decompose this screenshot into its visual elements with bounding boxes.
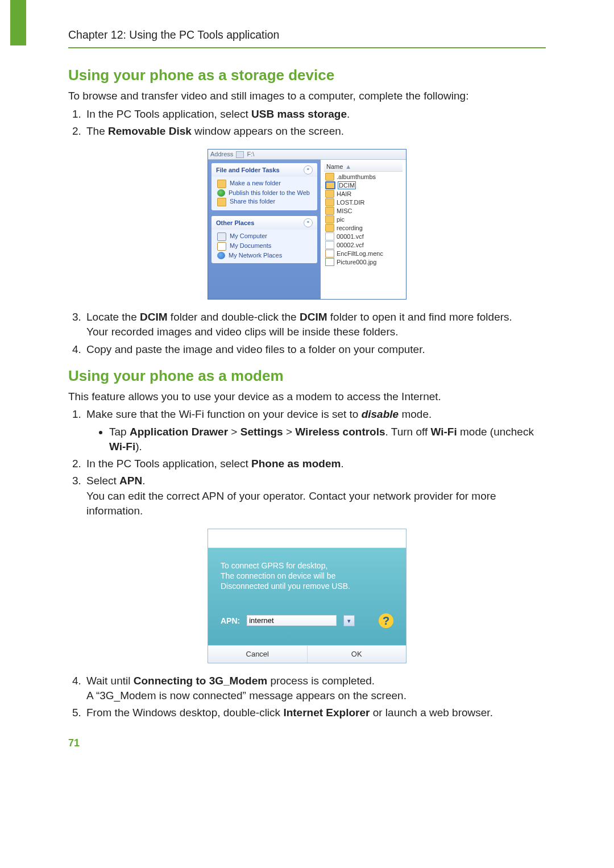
place-network-places[interactable]: My Network Places [211,251,317,260]
apn-input[interactable] [247,615,337,626]
folder-icon [325,198,334,206]
page-number: 71 [68,737,546,749]
section1-step3: Locate the DCIM folder and double-click … [84,310,546,339]
file-item[interactable]: .albumthumbs [324,173,403,181]
file-item[interactable]: MISC [324,207,403,215]
collapse-icon[interactable]: « [304,165,313,175]
other-places-panel: Other Places « My Computer My Documents … [211,216,317,263]
network-icon [217,252,225,259]
explorer-file-list: Name▲ .albumthumbs DCIM HAIR LOST.DIR MI… [321,160,406,299]
section1-intro: To browse and transfer video and still i… [68,89,546,103]
file-item-dcim[interactable]: DCIM [324,181,403,190]
apn-dialog-titlebar [208,529,406,548]
folder-icon [325,173,334,181]
share-icon [217,198,226,206]
section2-step5: From the Windows desktop, double-click I… [84,705,546,720]
section2-step4: Wait until Connecting to 3G_Modem proces… [84,674,546,703]
apn-dropdown-button[interactable]: ▾ [343,615,355,626]
section2-step1-bullet: Tap Application Drawer > Settings > Wire… [109,425,546,454]
address-value: F:\ [247,151,254,157]
section1-steps-cont: Locate the DCIM folder and double-click … [68,310,546,357]
section-title-storage: Using your phone as a storage device [68,67,546,84]
image-icon [325,258,334,266]
task-publish-web[interactable]: Publish this folder to the Web [211,189,317,197]
file-folder-tasks-panel: File and Folder Tasks « Make a new folde… [211,163,317,210]
file-item[interactable]: Picture000.jpg [324,258,403,267]
drive-icon [236,151,244,158]
section2-step3: Select APN. You can edit the correct APN… [84,474,546,518]
section1-step2: The Removable Disk window appears on the… [84,124,546,139]
folder-icon [325,181,335,189]
place-my-documents[interactable]: My Documents [211,242,317,251]
explorer-address-bar: Address F:\ [208,149,406,160]
apn-msg-line2: The connection on device will be [221,571,393,581]
folder-icon [325,190,334,198]
file-icon [325,250,334,258]
cancel-button[interactable]: Cancel [208,646,308,663]
chapter-header: Chapter 12: Using the PC Tools applicati… [68,28,546,48]
section1-step1: In the PC Tools application, select USB … [84,107,546,122]
folder-icon [325,224,334,232]
section2-step2: In the PC Tools application, select Phon… [84,456,546,471]
collapse-icon[interactable]: « [304,218,313,227]
figure-apn-dialog: To connect GPRS for desktop, The connect… [208,529,406,663]
folder-icon [217,180,226,188]
vcard-icon [325,232,334,240]
section2-intro: This feature allows you to use your devi… [68,389,546,404]
column-header-name[interactable]: Name▲ [324,162,403,172]
vcard-icon [325,241,334,249]
section1-steps: In the PC Tools application, select USB … [68,107,546,139]
task-make-folder[interactable]: Make a new folder [211,179,317,189]
folder-icon [325,215,334,223]
section-title-modem: Using your phone as a modem [68,367,546,385]
place-my-computer[interactable]: My Computer [211,232,317,242]
apn-msg-line1: To connect GPRS for desktop, [221,560,393,571]
folder-icon [325,207,334,215]
file-item[interactable]: LOST.DIR [324,198,403,207]
explorer-sidebar: File and Folder Tasks « Make a new folde… [208,160,321,299]
world-icon [217,189,225,197]
figure-removable-disk: Address F:\ File and Folder Tasks « Make… [208,149,406,300]
apn-label: APN: [221,616,240,625]
page-content: Chapter 12: Using the PC Tools applicati… [0,0,614,772]
file-item[interactable]: HAIR [324,190,403,198]
file-item[interactable]: recording [324,224,403,232]
file-item[interactable]: 00001.vcf [324,232,403,241]
computer-icon [217,232,226,241]
ok-button[interactable]: OK [308,646,406,663]
file-item[interactable]: 00002.vcf [324,241,403,250]
section2-step1: Make sure that the Wi-Fi function on you… [84,407,546,454]
documents-icon [217,242,226,251]
file-item[interactable]: pic [324,215,403,224]
task-share-folder[interactable]: Share this folder [211,197,317,207]
apn-msg-line3: Disconnected until you remove USB. [221,581,393,591]
section1-step4: Copy and paste the image and video files… [84,342,546,357]
page-tab-decoration [10,0,26,45]
section2-steps-cont: Wait until Connecting to 3G_Modem proces… [68,674,546,721]
file-item[interactable]: EncFiltLog.menc [324,250,403,258]
section2-steps: Make sure that the Wi-Fi function on you… [68,407,546,518]
help-icon[interactable]: ? [379,613,393,628]
